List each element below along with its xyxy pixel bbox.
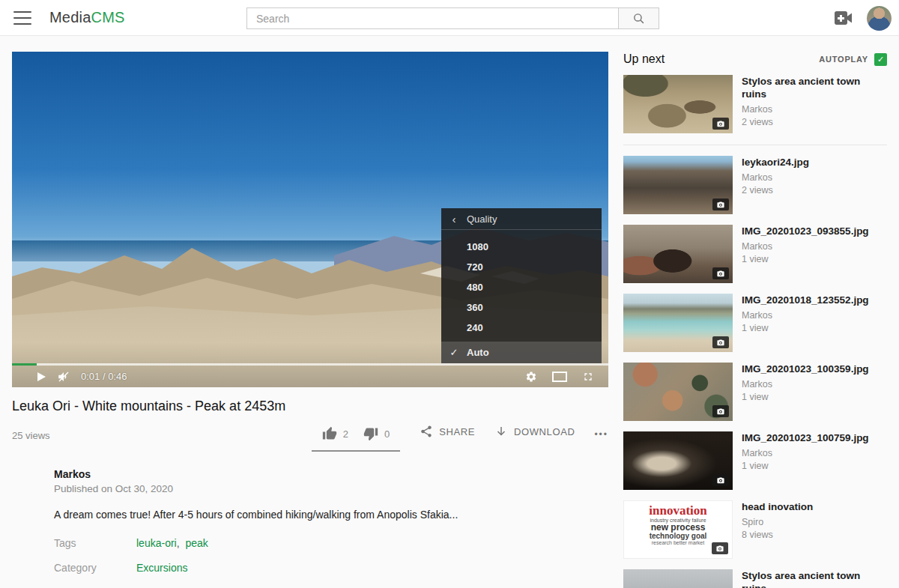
logo-text-primary: Media bbox=[49, 9, 91, 25]
share-icon bbox=[420, 425, 433, 438]
media-title: Stylos area ancient town ruins bbox=[742, 569, 887, 588]
action-bar: 2 0 SHARE bbox=[312, 423, 608, 452]
dislike-count: 0 bbox=[384, 428, 390, 440]
media-views: 2 views bbox=[742, 185, 809, 196]
quality-option-720[interactable]: 720 bbox=[441, 257, 602, 277]
up-next-item[interactable]: IMG_20201023_100759.jpg Markos 1 view bbox=[623, 431, 887, 490]
app-logo[interactable]: MediaCMS bbox=[49, 9, 125, 26]
like-button[interactable]: 2 bbox=[322, 425, 348, 441]
menu-icon[interactable] bbox=[13, 11, 31, 25]
player-controls: 0:01 / 0:46 bbox=[12, 366, 608, 387]
media-title: IMG_20201023_100759.jpg bbox=[742, 431, 869, 444]
media-title: leykaori24.jpg bbox=[742, 156, 809, 169]
media-author: Markos bbox=[742, 379, 869, 390]
media-column: ‹ Quality 1080 720 480 360 240 ✓ Auto bbox=[12, 52, 608, 588]
camera-badge-icon bbox=[712, 267, 729, 279]
tags-label: Tags bbox=[54, 537, 136, 549]
publish-date: Published on Oct 30, 2020 bbox=[54, 483, 173, 494]
up-next-item[interactable]: Stylos area ancient town ruins Markos 2 … bbox=[623, 75, 887, 133]
camera-badge-icon bbox=[712, 118, 729, 130]
download-icon bbox=[494, 425, 508, 438]
quality-option-480[interactable]: 480 bbox=[441, 277, 602, 297]
up-next-sidebar: Up next AUTOPLAY ✓ Stylos area ancient t… bbox=[623, 52, 887, 588]
up-next-item[interactable]: innovation industry creativity failure n… bbox=[623, 500, 887, 559]
category-link[interactable]: Excursions bbox=[136, 562, 187, 574]
media-author: Markos bbox=[742, 241, 869, 252]
video-player[interactable]: ‹ Quality 1080 720 480 360 240 ✓ Auto bbox=[12, 52, 608, 387]
quality-option-240[interactable]: 240 bbox=[441, 318, 602, 338]
top-bar: MediaCMS bbox=[0, 0, 899, 36]
media-thumbnail bbox=[623, 225, 733, 283]
up-next-item[interactable]: IMG_20201023_093855.jpg Markos 1 view bbox=[623, 225, 887, 283]
media-views: 1 view bbox=[742, 392, 869, 402]
media-author: Spiro bbox=[742, 517, 813, 527]
search-bar bbox=[246, 7, 659, 29]
up-next-item[interactable]: leykaori24.jpg Markos 2 views bbox=[623, 156, 887, 214]
quality-menu-back[interactable]: ‹ Quality bbox=[441, 208, 602, 230]
more-actions-icon[interactable]: ••• bbox=[594, 423, 608, 440]
camera-badge-icon bbox=[712, 474, 729, 486]
up-next-title: Up next bbox=[623, 52, 665, 66]
upload-media-icon[interactable] bbox=[834, 10, 853, 25]
category-row: Category Excursions bbox=[54, 562, 608, 574]
theater-mode-icon[interactable] bbox=[548, 368, 571, 386]
player-controls-right bbox=[520, 368, 599, 386]
user-avatar[interactable] bbox=[867, 6, 892, 31]
autoplay-control: AUTOPLAY ✓ bbox=[819, 53, 887, 66]
media-thumbnail bbox=[623, 75, 733, 133]
logo-text-accent: CMS bbox=[91, 9, 124, 25]
volume-muted-icon[interactable] bbox=[52, 368, 75, 386]
download-button[interactable]: DOWNLOAD bbox=[494, 423, 575, 438]
media-thumbnail bbox=[623, 156, 733, 214]
play-button[interactable] bbox=[30, 368, 52, 386]
quality-option-1080[interactable]: 1080 bbox=[441, 237, 602, 257]
media-views: 1 view bbox=[742, 254, 869, 264]
like-count: 2 bbox=[343, 428, 348, 440]
share-button[interactable]: SHARE bbox=[420, 423, 475, 438]
up-next-item[interactable]: Stylos area ancient town ruins bbox=[623, 569, 887, 588]
header-actions bbox=[834, 0, 892, 36]
media-author: Markos bbox=[742, 104, 887, 115]
media-views: 8 views bbox=[742, 530, 813, 540]
media-title: Stylos area ancient town ruins bbox=[742, 75, 887, 100]
author-name[interactable]: Markos bbox=[54, 468, 173, 480]
search-button[interactable] bbox=[619, 7, 659, 29]
tag-link-leuka-ori[interactable]: leuka-ori bbox=[136, 537, 177, 549]
meta-row: 25 views 2 0 bbox=[12, 423, 608, 452]
media-views: 2 views bbox=[742, 117, 887, 127]
camera-badge-icon bbox=[712, 405, 729, 417]
author-info: Markos Published on Oct 30, 2020 bbox=[54, 465, 173, 494]
thumb-down-icon bbox=[363, 426, 378, 441]
video-title: Leuka Ori - White mountains - Peak at 24… bbox=[12, 397, 608, 415]
media-title: IMG_20201023_100359.jpg bbox=[742, 363, 869, 375]
media-thumbnail bbox=[623, 363, 733, 421]
media-author: Markos bbox=[742, 310, 869, 321]
autoplay-label: AUTOPLAY bbox=[819, 55, 868, 64]
download-label: DOWNLOAD bbox=[514, 426, 575, 437]
quality-menu: ‹ Quality 1080 720 480 360 240 ✓ Auto bbox=[441, 208, 602, 363]
rating-group: 2 0 bbox=[312, 423, 400, 452]
media-thumbnail bbox=[623, 294, 733, 352]
dislike-button[interactable]: 0 bbox=[363, 425, 390, 441]
author-avatar[interactable] bbox=[12, 465, 43, 497]
category-label: Category bbox=[54, 562, 136, 574]
tag-link-peak[interactable]: peak bbox=[185, 537, 208, 549]
quality-option-auto[interactable]: ✓ Auto bbox=[441, 342, 602, 363]
media-title: head inovation bbox=[742, 500, 813, 513]
video-description: A dream comes true! After 4-5 hours of c… bbox=[54, 509, 608, 521]
media-title: IMG_20201018_123552.jpg bbox=[742, 294, 869, 306]
time-display: 0:01 / 0:46 bbox=[81, 371, 127, 382]
fullscreen-icon[interactable] bbox=[577, 368, 599, 386]
autoplay-checkbox[interactable]: ✓ bbox=[874, 53, 887, 66]
search-input[interactable] bbox=[246, 7, 619, 29]
camera-badge-icon bbox=[712, 198, 729, 210]
media-thumbnail: innovation industry creativity failure n… bbox=[623, 500, 733, 559]
settings-icon[interactable] bbox=[520, 368, 542, 386]
tag-separator: , bbox=[177, 537, 180, 549]
camera-badge-icon bbox=[712, 542, 728, 554]
tags-row: Tags leuka-ori, peak bbox=[54, 537, 608, 549]
media-author: Markos bbox=[742, 448, 869, 458]
quality-option-360[interactable]: 360 bbox=[441, 297, 602, 318]
up-next-item[interactable]: IMG_20201018_123552.jpg Markos 1 view bbox=[623, 294, 887, 352]
up-next-item[interactable]: IMG_20201023_100359.jpg Markos 1 view bbox=[623, 363, 887, 421]
